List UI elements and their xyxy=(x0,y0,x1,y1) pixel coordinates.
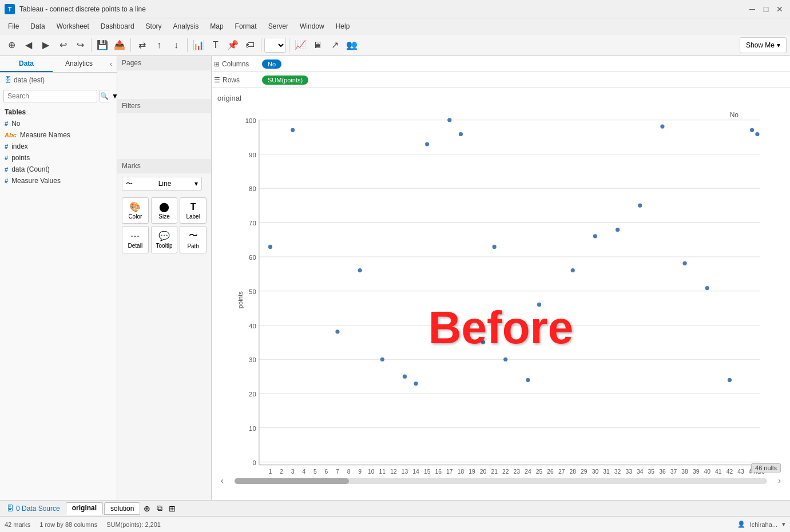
svg-text:50: 50 xyxy=(249,288,256,295)
chart-button2[interactable]: 📈 xyxy=(292,37,308,53)
share-button[interactable]: ↗ xyxy=(327,37,343,53)
sort-asc-button[interactable]: ↑ xyxy=(151,37,167,53)
mark-label[interactable]: T Label xyxy=(180,197,207,224)
data-source-label: 🗄 data (test) xyxy=(0,73,117,88)
rows-cols: 1 row by 88 columns xyxy=(39,521,97,528)
nulls-badge[interactable]: 46 nulls xyxy=(751,463,781,473)
svg-text:40: 40 xyxy=(249,323,256,329)
svg-text:1: 1 xyxy=(269,469,272,475)
collab-button[interactable]: 👥 xyxy=(344,37,360,53)
svg-text:13: 13 xyxy=(402,469,408,475)
title-bar: T Tableau - connect discrete points to a… xyxy=(0,0,790,18)
swap-button[interactable]: ⇄ xyxy=(134,37,150,53)
sheet-tab-solution[interactable]: solution xyxy=(104,502,140,515)
menu-worksheet[interactable]: Worksheet xyxy=(51,20,95,33)
svg-text:90: 90 xyxy=(249,152,256,158)
hash-icon-3: # xyxy=(5,154,8,161)
tab-data[interactable]: Data xyxy=(0,56,53,72)
sheet-grid-button[interactable]: ⊞ xyxy=(166,502,178,515)
text-button[interactable]: T xyxy=(208,37,224,53)
panel-collapse-arrow[interactable]: ‹ xyxy=(105,56,117,72)
new-button[interactable]: ⊕ xyxy=(3,37,19,53)
save-button[interactable]: 💾 xyxy=(94,37,110,53)
minimize-button[interactable]: ─ xyxy=(747,3,758,15)
mark-color[interactable]: 🎨 Color xyxy=(122,197,149,224)
search-input[interactable] xyxy=(3,90,97,102)
menu-format[interactable]: Format xyxy=(229,20,263,33)
sheet-dup-button[interactable]: ⧉ xyxy=(154,502,165,515)
present-button[interactable]: 🖥 xyxy=(309,37,325,53)
columns-label: ⊞ Columns xyxy=(214,60,260,68)
highlight-button[interactable]: 📌 xyxy=(225,37,241,53)
columns-pill[interactable]: No xyxy=(262,59,281,69)
status-bar: 42 marks 1 row by 88 columns SUM(points)… xyxy=(0,516,790,532)
svg-text:7: 7 xyxy=(336,469,339,475)
svg-text:22: 22 xyxy=(502,469,509,475)
hash-icon: # xyxy=(5,120,8,127)
show-me-button[interactable]: Show Me ▾ xyxy=(740,37,787,53)
svg-point-77 xyxy=(447,118,451,122)
horizontal-scrollbar[interactable] xyxy=(235,478,767,484)
undo-button[interactable]: ↩ xyxy=(55,37,71,53)
svg-point-79 xyxy=(481,340,485,344)
mark-size[interactable]: ⬤ Size xyxy=(151,197,178,224)
close-button[interactable]: ✕ xyxy=(774,3,785,15)
forward-button[interactable]: ▶ xyxy=(38,37,54,53)
menu-data[interactable]: Data xyxy=(25,20,50,33)
menu-map[interactable]: Map xyxy=(204,20,229,33)
svg-text:20: 20 xyxy=(249,391,256,398)
toolbar: ⊕ ◀ ▶ ↩ ↪ 💾 📤 ⇄ ↑ ↓ 📊 T 📌 🏷 Standard 📈 🖥… xyxy=(0,34,790,56)
field-points[interactable]: # points xyxy=(0,152,117,164)
rows-pill[interactable]: SUM(points) xyxy=(262,76,308,85)
field-index[interactable]: # index xyxy=(0,141,117,152)
maximize-button[interactable]: □ xyxy=(760,3,772,15)
chart-svg: 100 90 80 70 60 50 40 30 20 10 0 xyxy=(217,105,784,489)
svg-point-80 xyxy=(493,245,497,249)
svg-text:16: 16 xyxy=(435,469,442,475)
sheet-tab-original[interactable]: original xyxy=(66,502,103,515)
view-dropdown[interactable]: Standard xyxy=(264,38,286,53)
menu-analysis[interactable]: Analysis xyxy=(168,20,205,33)
menu-dashboard[interactable]: Dashboard xyxy=(95,20,140,33)
add-sheet-button[interactable]: ⊕ xyxy=(141,502,153,515)
scrollbar-thumb[interactable] xyxy=(235,478,349,484)
user-dropdown-arrow[interactable]: ▾ xyxy=(782,521,785,528)
mark-tooltip[interactable]: 💬 Tooltip xyxy=(151,226,178,253)
label-button[interactable]: 🏷 xyxy=(242,37,258,53)
filters-content xyxy=(117,113,211,159)
scroll-right-arrow[interactable]: › xyxy=(778,476,781,485)
detail-icon: ⋯ xyxy=(130,231,140,241)
field-data-count[interactable]: # data (Count) xyxy=(0,164,117,175)
sort-desc-button[interactable]: ↓ xyxy=(168,37,184,53)
svg-text:0: 0 xyxy=(252,459,256,466)
svg-point-87 xyxy=(638,204,642,208)
datasource-tab[interactable]: 🗄 0 Data Source xyxy=(2,502,65,515)
marks-type-dropdown[interactable]: 〜 Line ▾ xyxy=(122,177,202,190)
menu-help[interactable]: Help xyxy=(330,20,356,33)
mark-detail[interactable]: ⋯ Detail xyxy=(122,226,149,253)
field-no[interactable]: # No xyxy=(0,118,117,129)
x-axis-header: No xyxy=(730,111,739,119)
marks-grid: 🎨 Color ⬤ Size T Label ⋯ Detail 💬 To xyxy=(117,194,211,257)
size-icon: ⬤ xyxy=(159,201,169,212)
menu-window[interactable]: Window xyxy=(294,20,330,33)
publish-button[interactable]: 📤 xyxy=(112,37,128,53)
redo-button[interactable]: ↪ xyxy=(72,37,88,53)
menu-story[interactable]: Story xyxy=(140,20,168,33)
back-button[interactable]: ◀ xyxy=(21,37,37,53)
svg-text:4: 4 xyxy=(302,469,305,475)
mark-path[interactable]: 〜 Path xyxy=(180,226,207,253)
svg-point-82 xyxy=(526,378,530,382)
tab-analytics[interactable]: Analytics xyxy=(53,56,105,72)
svg-point-92 xyxy=(750,128,754,132)
menu-server[interactable]: Server xyxy=(263,20,294,33)
chart-type-button[interactable]: 📊 xyxy=(190,37,207,53)
field-measure-values[interactable]: # Measure Values xyxy=(0,175,117,186)
svg-point-89 xyxy=(682,261,686,265)
svg-text:8: 8 xyxy=(347,469,351,475)
menu-file[interactable]: File xyxy=(2,20,25,33)
field-measure-names[interactable]: Abc Measure Names xyxy=(0,129,117,141)
scroll-left-arrow[interactable]: ‹ xyxy=(221,476,224,485)
svg-text:100: 100 xyxy=(245,117,256,124)
search-button[interactable]: 🔍 xyxy=(100,90,109,102)
